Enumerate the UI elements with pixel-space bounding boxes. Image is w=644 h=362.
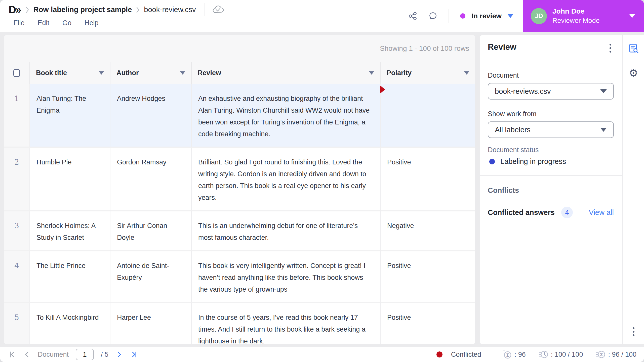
breadcrumb-file[interactable]: book-review.csv [144, 6, 196, 14]
column-header-review[interactable]: Review [192, 62, 381, 84]
cell-author[interactable]: Andrew Hodges [110, 84, 192, 148]
last-page-icon[interactable] [130, 351, 138, 358]
user-menu[interactable]: JD John Doe Reviewer Mode [523, 0, 644, 32]
table-toolbar: Showing 1 - 100 of 100 rows [4, 35, 475, 62]
svg-text:Σ: Σ [600, 352, 603, 357]
first-page-icon[interactable] [9, 351, 16, 358]
divider [145, 349, 145, 359]
document-status-dropdown[interactable]: In review [460, 12, 513, 20]
cell-book-title[interactable]: To Kill A Mockingbird [30, 303, 110, 344]
cell-author[interactable]: Antoine de Saint-Exupéry [110, 251, 192, 303]
svg-text:Σ: Σ [506, 352, 509, 358]
labeled-progress-counter: Σ : 96 / 100 [596, 350, 636, 359]
cloud-sync-icon [212, 5, 224, 14]
cell-author[interactable]: Harper Lee [110, 303, 192, 344]
user-mode: Reviewer Mode [552, 17, 624, 25]
comment-icon[interactable] [428, 12, 437, 21]
row-number: 3 [4, 211, 30, 251]
select-all-checkbox[interactable] [13, 69, 20, 77]
cell-polarity[interactable]: Positive [381, 148, 475, 211]
app-logo[interactable]: D » [9, 4, 21, 16]
cell-review[interactable]: An exhaustive and exhausting biography o… [192, 84, 381, 148]
next-page-icon[interactable] [115, 351, 123, 358]
table-row[interactable]: 1 Alan Turing: The Enigma Andrew Hodges … [4, 84, 475, 148]
review-panel: Review Document book-reviews.csv Show wo… [480, 35, 622, 344]
menu-go[interactable]: Go [62, 19, 71, 27]
cell-review[interactable]: Brilliant. So glad I got round to finish… [192, 148, 381, 211]
review-panel-icon[interactable] [628, 43, 639, 54]
cell-polarity[interactable]: Positive [381, 251, 475, 303]
row-number: 4 [4, 251, 30, 303]
column-header-author[interactable]: Author [110, 62, 192, 84]
cell-author[interactable]: Sir Arthur Conan Doyle [110, 211, 192, 251]
cell-book-title[interactable]: The Little Prince [30, 251, 110, 303]
row-number: 5 [4, 303, 30, 344]
share-icon[interactable] [408, 12, 417, 21]
divider [205, 3, 205, 16]
pagination: Document / 5 [9, 349, 145, 360]
chevron-down-icon [600, 128, 607, 132]
cell-author[interactable]: Gordon Ramsay [110, 148, 192, 211]
top-bar: D » Row labeling project sample book-rev… [0, 0, 644, 32]
page-total: / 5 [101, 351, 108, 358]
document-select[interactable]: book-reviews.csv [488, 83, 614, 100]
cell-book-title[interactable]: Alan Turing: The Enigma [30, 84, 110, 148]
counter-value: : 100 / 100 [551, 351, 583, 358]
table-row[interactable]: 5 To Kill A Mockingbird Harper Lee In th… [4, 303, 475, 344]
filter-dropdown-icon[interactable] [180, 71, 185, 75]
breadcrumb-project[interactable]: Row labeling project sample [33, 6, 132, 14]
select-all-cell[interactable] [4, 62, 30, 84]
view-all-link[interactable]: View all [589, 208, 614, 217]
divider [449, 9, 449, 23]
bottom-bar: Document / 5 Conflicted Σ T [0, 347, 644, 362]
footer-counters: Σ T : 96 : 100 / 100 [502, 350, 636, 359]
polarity-value: Positive [387, 262, 411, 269]
labeled-progress-icon: Σ [596, 350, 606, 359]
cell-polarity[interactable]: Negative [381, 211, 475, 251]
table-row[interactable]: 2 Humble Pie Gordon Ramsay Brilliant. So… [4, 148, 475, 211]
avatar: JD [531, 8, 547, 24]
menu-edit[interactable]: Edit [38, 19, 50, 27]
logo-chevrons: » [15, 4, 21, 16]
menu-help[interactable]: Help [85, 19, 99, 27]
viewed-progress-icon [539, 350, 548, 359]
table-row[interactable]: 3 Sherlock Holmes: A Study in Scarlet Si… [4, 211, 475, 251]
filter-dropdown-icon[interactable] [99, 71, 104, 75]
cell-review[interactable]: In the course of 5 years, I’ve read this… [192, 303, 381, 344]
user-name: John Doe [552, 7, 624, 15]
kebab-menu-icon[interactable] [630, 326, 637, 338]
previous-page-icon[interactable] [23, 351, 31, 358]
column-label: Book title [36, 69, 67, 77]
cell-review[interactable]: This is an underwhelming debut for one o… [192, 211, 381, 251]
labelers-select[interactable]: All labelers [488, 121, 614, 138]
column-header-book-title[interactable]: Book title [30, 62, 110, 84]
divider [480, 175, 622, 176]
menu-file[interactable]: File [14, 19, 25, 27]
filter-dropdown-icon[interactable] [464, 71, 469, 75]
cell-polarity[interactable]: Positive [381, 303, 475, 344]
logo-letter: D [9, 4, 16, 16]
cell-review[interactable]: This book is very intelligently written.… [192, 251, 381, 303]
labelers-select-value: All labelers [495, 126, 531, 134]
page-number-input[interactable] [76, 349, 94, 360]
column-header-polarity[interactable]: Polarity [381, 62, 475, 84]
show-work-label: Show work from [488, 110, 614, 118]
conflicted-answers-label: Conflicted answers [488, 208, 555, 217]
table-row[interactable]: 4 The Little Prince Antoine de Saint-Exu… [4, 251, 475, 303]
top-bar-actions: In review [408, 0, 523, 32]
cell-polarity[interactable] [381, 84, 475, 148]
gear-icon[interactable]: ⚙ [629, 68, 638, 78]
kebab-menu-icon[interactable] [607, 42, 614, 54]
labeling-status-dot-icon [489, 159, 495, 164]
divider [627, 61, 640, 61]
divider [627, 319, 640, 319]
cell-book-title[interactable]: Humble Pie [30, 148, 110, 211]
column-label: Author [116, 69, 139, 77]
filter-dropdown-icon[interactable] [369, 71, 374, 75]
cell-book-title[interactable]: Sherlock Holmes: A Study in Scarlet [30, 211, 110, 251]
in-review-label: In review [471, 12, 502, 20]
conflict-flag-icon [380, 85, 385, 94]
polarity-value: Positive [387, 158, 411, 166]
svg-text:T: T [503, 350, 505, 353]
document-status-row: Labeling in progress [488, 157, 614, 166]
